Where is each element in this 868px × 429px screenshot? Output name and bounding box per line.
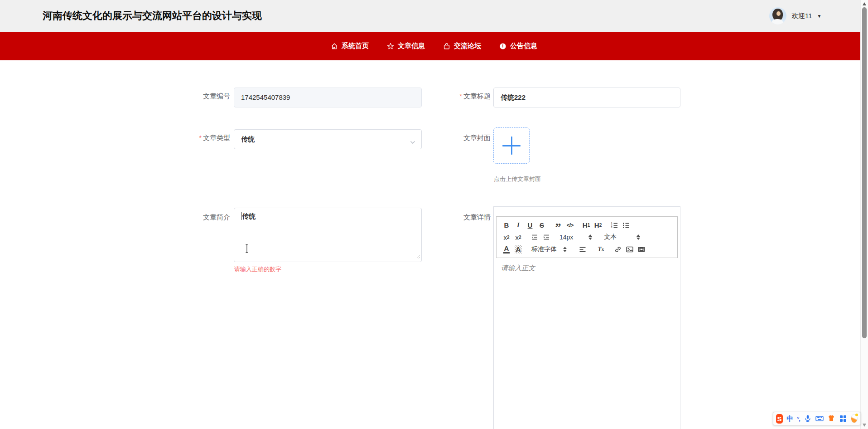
bag-icon: [443, 43, 450, 50]
strikethrough-button[interactable]: S: [536, 220, 548, 231]
article-id-input[interactable]: 1742545407839: [234, 88, 422, 107]
article-id-value: 1742545407839: [234, 88, 421, 107]
scroll-up-arrow-icon[interactable]: [863, 2, 866, 5]
link-button[interactable]: [612, 244, 624, 255]
intro-error-message: 请输入正确的数字: [234, 265, 281, 273]
blockquote-button[interactable]: ”: [552, 218, 564, 233]
article-type-select[interactable]: 传统: [234, 129, 422, 149]
ime-punctuation-icon[interactable]: °,: [797, 415, 800, 422]
article-intro-label: 文章简介: [170, 213, 230, 222]
indent-button[interactable]: [540, 232, 552, 243]
article-title-input[interactable]: 传统222: [493, 88, 680, 107]
picker-arrows-icon: [563, 247, 567, 252]
article-detail-label: 文章详情: [431, 213, 491, 222]
ime-language-mode[interactable]: 中: [786, 414, 793, 423]
article-id-label: 文章编号: [170, 92, 230, 101]
article-title-value: 传统222: [494, 88, 680, 107]
scrollbar-thumb[interactable]: [862, 7, 867, 338]
nav-item-articles[interactable]: 文章信息: [387, 42, 425, 50]
home-icon: [331, 43, 338, 50]
editor-content-area[interactable]: 请输入正文: [494, 258, 680, 429]
heading1-button[interactable]: H1: [580, 220, 592, 231]
editor-toolbar: B I U S ” </> H1 H2 1: [496, 216, 678, 258]
outdent-button[interactable]: [529, 232, 540, 243]
article-type-value: 传统: [234, 130, 421, 149]
picker-arrows-icon: [588, 234, 592, 240]
text-caret: [241, 212, 241, 220]
superscript-button[interactable]: x2: [512, 232, 524, 243]
article-intro-textarea[interactable]: 传统: [234, 208, 422, 262]
text-cursor-icon: [244, 244, 250, 255]
nav-item-forum[interactable]: 交流论坛: [443, 42, 481, 50]
rich-text-editor: B I U S ” </> H1 H2 1: [493, 206, 680, 429]
dropdown-arrow-icon: ▼: [817, 14, 822, 19]
required-asterisk: *: [199, 134, 202, 141]
article-type-label: *文章类型: [170, 134, 230, 142]
ordered-list-button[interactable]: 1 2 3: [608, 220, 620, 231]
chevron-down-icon: [410, 138, 415, 146]
toolbox-grid-icon[interactable]: [839, 414, 847, 423]
article-intro-value: 传统: [241, 212, 256, 221]
font-picker[interactable]: 标准字体: [531, 245, 567, 253]
video-button[interactable]: [636, 244, 647, 255]
microphone-icon[interactable]: [804, 414, 812, 423]
avatar[interactable]: [769, 7, 786, 24]
size-picker[interactable]: 14px: [559, 234, 592, 241]
code-block-button[interactable]: </>: [564, 220, 576, 231]
underline-button[interactable]: U: [524, 220, 536, 231]
nav-item-home[interactable]: 系统首页: [331, 42, 369, 50]
picker-arrows-icon: [637, 234, 640, 240]
main-nav: 系统首页 文章信息 交流论坛: [0, 32, 868, 60]
nav-item-label: 交流论坛: [454, 42, 481, 50]
italic-button[interactable]: I: [512, 220, 524, 231]
subscript-button[interactable]: x2: [501, 232, 512, 243]
header-picker[interactable]: 文本: [604, 233, 640, 241]
editor-placeholder: 请输入正文: [501, 264, 535, 272]
nav-item-label: 公告信息: [510, 42, 537, 50]
ime-toolbar: S 中 °,: [773, 412, 861, 425]
svg-text:3: 3: [611, 226, 612, 229]
toolbar-row-3: A A 标准字体: [501, 244, 673, 256]
align-button[interactable]: [577, 244, 588, 255]
nav-item-label: 文章信息: [398, 42, 425, 50]
resize-handle-icon[interactable]: [416, 253, 420, 261]
cover-upload-button[interactable]: [493, 127, 530, 164]
welcome-text: 欢迎11: [791, 12, 812, 20]
skin-shirt-icon[interactable]: [827, 414, 835, 423]
page: 河南传统文化的展示与交流网站平台的设计与实现 欢迎11 ▼ 系统首页: [0, 0, 868, 429]
bullet-list-button[interactable]: [620, 220, 632, 231]
cover-upload-hint: 点击上传文章封面: [494, 175, 541, 183]
user-menu[interactable]: 欢迎11 ▼: [769, 0, 821, 32]
article-title-label: *文章标题: [431, 92, 491, 101]
header-bar: 河南传统文化的展示与交流网站平台的设计与实现 欢迎11 ▼: [0, 0, 868, 32]
scroll-down-arrow-icon[interactable]: [863, 424, 866, 427]
heading2-button[interactable]: H2: [592, 220, 604, 231]
info-icon: [499, 43, 506, 50]
toolbar-row-2: x2 x2: [501, 231, 673, 244]
nav-item-label: 系统首页: [342, 42, 369, 50]
ime-logo-icon[interactable]: S: [776, 414, 783, 424]
background-color-button[interactable]: A: [512, 244, 524, 255]
clean-format-button[interactable]: Tx: [595, 244, 607, 255]
text-color-button[interactable]: A: [501, 244, 512, 255]
required-asterisk: *: [460, 93, 462, 100]
bold-button[interactable]: B: [501, 220, 512, 231]
image-button[interactable]: [624, 244, 636, 255]
page-title: 河南传统文化的展示与交流网站平台的设计与实现: [43, 0, 262, 32]
star-icon: [387, 43, 394, 50]
emoji-ball-icon[interactable]: [851, 414, 858, 423]
keyboard-icon[interactable]: [815, 414, 824, 423]
nav-item-announcements[interactable]: 公告信息: [499, 42, 537, 50]
page-scrollbar[interactable]: [860, 0, 868, 429]
article-cover-label: 文章封面: [431, 134, 491, 142]
toolbar-row-1: B I U S ” </> H1 H2 1: [501, 219, 673, 231]
